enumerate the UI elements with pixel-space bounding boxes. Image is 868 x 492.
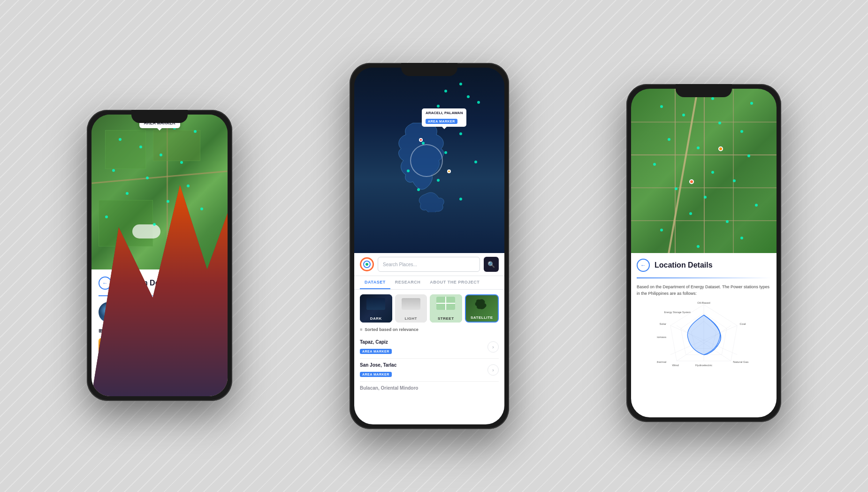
list-icon: ≡ [360, 327, 362, 332]
r-dot-11 [675, 187, 678, 190]
result-name-0: Tapaz, Capiz [360, 339, 487, 345]
right-panel: ← Location Details Based on the Departme… [631, 253, 777, 417]
style-satellite[interactable]: SATELLITE [465, 294, 499, 323]
phone-left-map[interactable]: AREA MARKER [91, 115, 228, 269]
right-divider [637, 277, 771, 278]
nearby-item-1[interactable]: Norala, South Cotabato 4.505 km [140, 338, 178, 380]
red-marker-1 [419, 138, 423, 142]
label-solar: Solar [659, 322, 666, 325]
radar-container: Oil-Based Coal Natural Gas Hydroelectric… [637, 300, 771, 376]
result-chevron-0[interactable]: › [487, 341, 499, 353]
result-item-0[interactable]: Tapaz, Capiz AREA MARKER › [360, 336, 499, 359]
app-map[interactable]: ARACELI, PALAWAN AREA MARKER [354, 68, 504, 253]
right-panel-header: ← Location Details [637, 259, 771, 272]
r-dot-15 [726, 220, 729, 223]
result-info-1: San Jose, Tarlac AREA MARKER [360, 362, 487, 377]
label-hydro: Hydroelectric [695, 363, 712, 367]
logo-inner [363, 261, 371, 268]
dark-tile-graphic [366, 298, 385, 310]
logo-outer [360, 257, 374, 271]
satellite-label: SATELLITE [466, 315, 498, 320]
scene: AREA MARKER ← Location Details [0, 0, 868, 492]
map-dot-c14 [459, 83, 462, 85]
r-dot-9 [711, 171, 714, 174]
r-dot-20 [697, 245, 700, 248]
map-dot [146, 177, 149, 179]
phone-center-notch [401, 63, 457, 76]
area-circle [410, 144, 443, 177]
app-container: ARACELI, PALAWAN AREA MARKER [354, 68, 504, 424]
map-dot [126, 192, 129, 195]
street-label: STREET [430, 316, 462, 321]
center-map-tooltip: ARACELI, PALAWAN AREA MARKER [422, 108, 466, 127]
dark-label: DARK [360, 316, 392, 321]
label-biomass: Biomass [657, 335, 666, 338]
phone-left-notch [131, 110, 188, 123]
result-name-1: San Jose, Tarlac [360, 362, 487, 368]
r-dot-3 [718, 122, 721, 124]
right-panel-title: Location Details [655, 261, 713, 269]
map-dot-c13 [459, 198, 462, 200]
tab-about[interactable]: ABOUT THE PROJECT [425, 276, 484, 289]
search-icon: 🔍 [487, 261, 495, 268]
r-dot-16 [660, 229, 663, 231]
panel-description: Based on the Department of Energy Datase… [637, 284, 771, 297]
result-chevron-1[interactable]: › [487, 364, 499, 376]
tooltip-arrow [442, 127, 447, 129]
map-dot [153, 223, 156, 226]
search-bar[interactable]: Search Places... [378, 257, 480, 272]
map-dot-c9 [474, 161, 477, 163]
r-dot-7 [747, 154, 750, 157]
explore-section: ⊞ Explore Nearby Areas: Sultan t m [99, 328, 221, 380]
nearby-image-1 [140, 338, 178, 364]
result-badge-0: AREA MARKER [360, 349, 392, 354]
search-button[interactable]: 🔍 [484, 257, 499, 272]
map-dot [119, 138, 122, 141]
power-marker-r1 [718, 146, 723, 151]
street-tile-graphic [436, 297, 455, 310]
r-dot-17 [711, 97, 714, 100]
result-badge-1: AREA MARKER [360, 372, 392, 377]
logo-dot [365, 263, 368, 266]
tab-dataset[interactable]: DATASET [360, 276, 390, 289]
r-dot-14 [689, 212, 692, 215]
label-storage: Energy Storage System [664, 311, 691, 314]
grid-icon: ⊞ [99, 328, 102, 333]
result-item-2[interactable]: Bulacan, Oriental Mindoro [360, 382, 499, 396]
r-dot-1 [660, 105, 663, 108]
right-map[interactable] [631, 89, 777, 253]
result-item-1[interactable]: San Jose, Tarlac AREA MARKER › [360, 359, 499, 382]
r-dot-12 [704, 196, 707, 199]
right-back-icon: ← [640, 262, 646, 269]
map-dot [187, 184, 190, 187]
tab-research[interactable]: RESEARCH [390, 276, 426, 289]
light-tile-graphic [402, 298, 420, 310]
phone-left: AREA MARKER ← Location Details [87, 110, 232, 401]
r-dot-10 [733, 179, 736, 182]
label-wind: Wind [672, 363, 679, 367]
map-dot [160, 154, 162, 156]
style-street[interactable]: STREET [430, 294, 462, 323]
style-dark[interactable]: DARK [360, 294, 392, 323]
app-logo [360, 257, 374, 271]
satellite-island [472, 298, 491, 311]
phone-right-inner: ← Location Details Based on the Departme… [631, 89, 777, 417]
results-section: ≡ Sorted based on relevance Tapaz, Capiz… [354, 327, 504, 396]
phone-center: ARACELI, PALAWAN AREA MARKER [350, 63, 509, 429]
map-dot-c3 [437, 105, 440, 108]
r-dot-13 [755, 204, 758, 207]
app-bottom: Search Places... 🔍 DATASET RESEARCH ABOU… [354, 253, 504, 424]
style-light[interactable]: LIGHT [395, 294, 427, 323]
power-marker-r2 [689, 179, 694, 184]
right-back-button[interactable]: ← [637, 259, 650, 272]
app-header: Search Places... 🔍 [354, 253, 504, 276]
label-coal: Coal [739, 322, 746, 325]
radar-chart: Oil-Based Coal Natural Gas Hydroelectric… [657, 300, 751, 376]
tooltip-location: ARACELI, PALAWAN [426, 111, 463, 115]
satellite-tile-graphic [472, 298, 491, 311]
app-tabs: DATASET RESEARCH ABOUT THE PROJECT [354, 276, 504, 290]
tooltip-badge: AREA MARKER [426, 116, 463, 124]
map-dot [105, 215, 108, 218]
r-dot-2 [682, 114, 685, 116]
map-dot [194, 130, 197, 133]
